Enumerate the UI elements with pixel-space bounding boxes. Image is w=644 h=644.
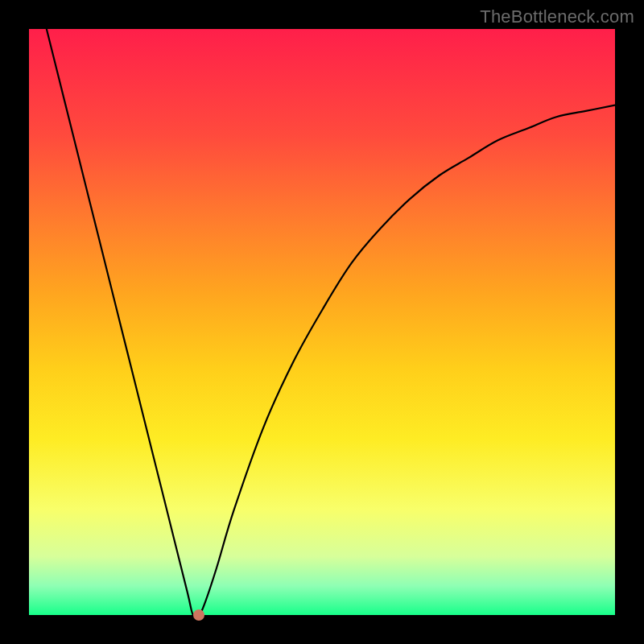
watermark-label: TheBottleneck.com xyxy=(480,6,634,27)
chart-frame: TheBottleneck.com xyxy=(0,0,644,644)
minimum-point-marker xyxy=(193,609,204,621)
plot-area xyxy=(29,29,615,615)
bottleneck-curve xyxy=(29,29,615,615)
